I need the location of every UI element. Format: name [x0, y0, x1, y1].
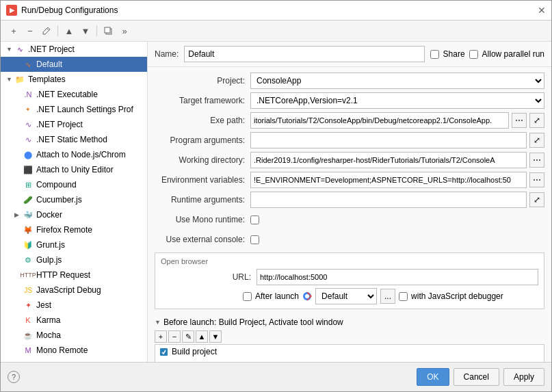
share-area: Share Allow parallel run — [430, 49, 544, 59]
target-framework-row: Target framework: .NETCoreApp,Version=v2… — [155, 92, 544, 109]
exe-path-browse-button[interactable]: ⋯ — [512, 113, 527, 128]
apply-button[interactable]: Apply — [503, 368, 544, 386]
exe-path-expand-button[interactable]: ⤢ — [529, 113, 544, 128]
dialog-buttons: OK Cancel Apply — [417, 368, 544, 386]
use-mono-checkbox[interactable] — [250, 215, 259, 224]
allow-parallel-label: Allow parallel run — [482, 49, 544, 59]
sidebar-item-karma[interactable]: K Karma — [1, 313, 147, 328]
sidebar-item-net-project[interactable]: ∿ .NET Project — [1, 117, 147, 132]
ok-button[interactable]: OK — [417, 368, 449, 386]
use-external-row: Use external console: — [155, 231, 544, 248]
sidebar-item-http[interactable]: HTTP HTTP Request — [1, 267, 147, 283]
before-launch-up-button[interactable]: ▲ — [196, 330, 208, 343]
sidebar-item-jest[interactable]: ✦ Jest — [1, 298, 147, 313]
sidebar-item-gulp[interactable]: ⚙ Gulp.js — [1, 252, 147, 267]
help-button[interactable]: ? — [8, 371, 20, 383]
http-icon: HTTP — [23, 270, 34, 280]
working-dir-browse-button[interactable]: ⋯ — [529, 153, 544, 168]
cucumber-label: Cucumber.js — [36, 195, 82, 205]
sidebar-group-net-project[interactable]: ▼ ∿ .NET Project — [1, 42, 147, 57]
sidebar-item-attach-node[interactable]: ⬤ Attach to Node.js/Chrom — [1, 147, 147, 162]
remove-button[interactable]: − — [23, 23, 38, 38]
edit-button[interactable] — [39, 23, 54, 38]
sidebar-group-templates[interactable]: ▼ 📁 Templates — [1, 72, 147, 87]
open-browser-title: Open browser — [161, 257, 538, 265]
net-static-icon: ∿ — [23, 134, 34, 145]
chrome-icon — [302, 291, 312, 301]
browser-more-button[interactable]: ... — [380, 289, 395, 304]
name-input[interactable] — [184, 46, 424, 62]
mocha-icon: ☕ — [23, 330, 34, 341]
sidebar-item-cucumber[interactable]: 🥒 Cucumber.js — [1, 192, 147, 207]
project-select[interactable]: ConsoleApp — [250, 73, 544, 89]
sidebar-item-mono[interactable]: M Mono Remote — [1, 343, 147, 358]
use-external-control — [250, 235, 544, 244]
before-launch-edit-button[interactable]: ✎ — [182, 330, 194, 343]
env-vars-input[interactable] — [250, 172, 527, 188]
sidebar-item-mocha[interactable]: ☕ Mocha — [1, 328, 147, 343]
program-args-expand-button[interactable]: ⤢ — [529, 133, 544, 148]
target-framework-control: .NETCoreApp,Version=v2.1 — [250, 92, 544, 109]
move-down-button[interactable]: ▼ — [78, 23, 93, 38]
sidebar-item-default[interactable]: ∿ Default — [1, 57, 147, 72]
share-checkbox[interactable] — [430, 50, 439, 59]
program-args-label: Program arguments: — [155, 135, 250, 145]
runtime-args-expand-button[interactable]: ⤢ — [529, 192, 544, 207]
sidebar-item-firefox[interactable]: 🦊 Firefox Remote — [1, 222, 147, 237]
net-exe-label: .NET Executable — [36, 90, 98, 99]
env-vars-row: Environment variables: ⋯ — [155, 172, 544, 188]
after-launch-checkbox[interactable] — [243, 292, 252, 301]
before-launch-add-button[interactable]: + — [155, 330, 167, 343]
runtime-args-input[interactable] — [250, 192, 527, 208]
browser-select[interactable]: Default — [315, 288, 377, 304]
add-button[interactable]: + — [6, 23, 21, 38]
dialog-title: Run/Debug Configurations — [21, 5, 118, 15]
arrow-net-project: ▼ — [6, 46, 14, 53]
sidebar-item-compound[interactable]: ⊞ Compound — [1, 177, 147, 192]
env-vars-browse-button[interactable]: ⋯ — [529, 172, 544, 187]
net-launch-icon: ✦ — [23, 104, 34, 115]
firefox-icon: 🦊 — [23, 224, 34, 235]
main-content: ▼ ∿ .NET Project ∿ Default ▼ 📁 Templates — [1, 42, 551, 362]
use-mono-label: Use Mono runtime: — [155, 215, 250, 224]
sidebar-item-net-launch[interactable]: ✦ .NET Launch Settings Prof — [1, 102, 147, 117]
form-area: Project: ConsoleApp Target framework: .N… — [148, 67, 551, 362]
exe-path-label: Exe path: — [155, 116, 250, 125]
program-args-input[interactable] — [250, 132, 527, 148]
copy-button[interactable] — [101, 23, 116, 38]
program-args-control: ⤢ — [250, 132, 544, 148]
use-external-checkbox[interactable] — [250, 235, 259, 244]
right-panel: Name: Share Allow parallel run Project: … — [148, 42, 551, 362]
net-project-group-label: .NET Project — [28, 44, 75, 54]
close-button[interactable]: ✕ — [538, 5, 546, 16]
sidebar-item-net-executable[interactable]: .N .NET Executable — [1, 87, 147, 102]
before-launch-remove-button[interactable]: − — [168, 330, 181, 343]
sidebar-item-net-static[interactable]: ∿ .NET Static Method — [1, 132, 147, 147]
use-mono-row: Use Mono runtime: — [155, 211, 544, 228]
exe-path-input[interactable] — [250, 112, 509, 129]
with-js-debugger-label: with JavaScript debugger — [411, 291, 503, 301]
cucumber-icon: 🥒 — [23, 194, 34, 205]
jest-label: Jest — [36, 300, 51, 310]
more-button[interactable]: » — [117, 23, 132, 38]
toolbar: + − ▲ ▼ » — [1, 21, 551, 42]
before-launch-down-button[interactable]: ▼ — [209, 330, 222, 343]
move-up-button[interactable]: ▲ — [62, 23, 77, 38]
run-debug-configurations-dialog: ▶ Run/Debug Configurations ✕ + − ▲ ▼ » — [0, 0, 552, 392]
url-input[interactable] — [257, 269, 538, 285]
allow-parallel-checkbox[interactable] — [469, 50, 478, 59]
sidebar-item-attach-unity[interactable]: ⬛ Attach to Unity Editor — [1, 162, 147, 177]
env-vars-control: ⋯ — [250, 172, 544, 188]
use-mono-control — [250, 215, 544, 224]
toolbar-separator-1 — [57, 25, 58, 36]
cancel-button[interactable]: Cancel — [454, 368, 499, 386]
use-external-label: Use external console: — [155, 235, 250, 244]
app-icon: ▶ — [6, 5, 17, 16]
sidebar-item-js-debug[interactable]: JS JavaScript Debug — [1, 283, 147, 298]
sidebar-item-grunt[interactable]: 🔰 Grunt.js — [1, 237, 147, 252]
sidebar-item-docker[interactable]: ▶ 🐳 Docker — [1, 207, 147, 222]
target-framework-select[interactable]: .NETCoreApp,Version=v2.1 — [250, 92, 544, 109]
working-dir-input[interactable] — [250, 152, 527, 168]
with-js-debugger-checkbox[interactable] — [399, 292, 408, 301]
before-launch-list: Build project — [155, 344, 544, 362]
